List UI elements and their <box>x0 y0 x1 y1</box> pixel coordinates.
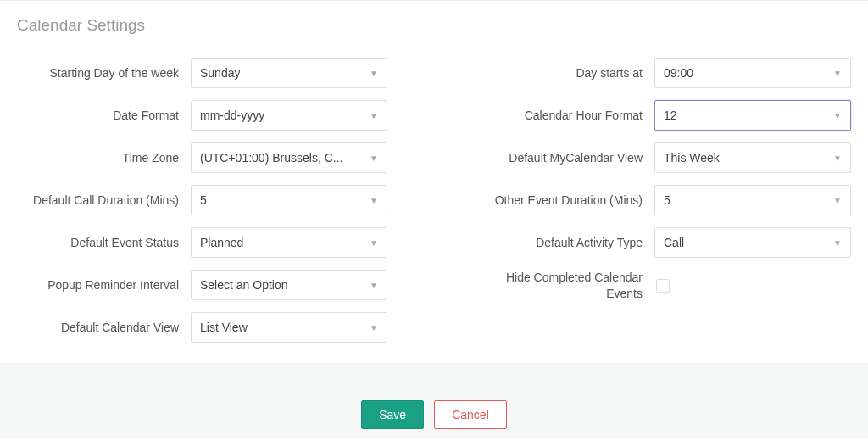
label-day-starts: Day starts at <box>481 65 654 81</box>
select-event-status[interactable]: Planned ▼ <box>191 227 387 258</box>
caret-down-icon: ▼ <box>833 196 842 205</box>
caret-down-icon: ▼ <box>370 154 378 163</box>
label-hour-format: Calendar Hour Format <box>481 108 654 124</box>
select-value: 5 <box>664 193 670 207</box>
caret-down-icon: ▼ <box>833 69 842 78</box>
select-activity-type[interactable]: Call ▼ <box>654 227 851 258</box>
label-mycalendar-view: Default MyCalendar View <box>481 150 654 166</box>
row-call-duration: Default Call Duration (Mins) 5 ▼ <box>17 185 387 215</box>
select-value: Call <box>664 236 684 249</box>
select-value: 12 <box>664 109 677 122</box>
select-value: Select an Option <box>200 278 288 292</box>
footer-actions: Save Cancel <box>0 363 868 438</box>
caret-down-icon: ▼ <box>370 111 378 120</box>
label-other-duration: Other Event Duration (Mins) <box>481 193 654 209</box>
page-title: Calendar Settings <box>17 16 851 35</box>
row-day-starts: Day starts at 09:00 ▼ <box>481 58 851 88</box>
right-column: Day starts at 09:00 ▼ Calendar Hour Form… <box>481 58 851 343</box>
label-calendar-view: Default Calendar View <box>17 320 191 336</box>
select-value: List View <box>200 321 248 334</box>
label-popup-reminder: Popup Reminder Interval <box>17 277 191 293</box>
label-event-status: Default Event Status <box>17 235 191 251</box>
row-event-status: Default Event Status Planned ▼ <box>17 227 387 258</box>
cancel-button[interactable]: Cancel <box>434 400 507 429</box>
row-popup-reminder: Popup Reminder Interval Select an Option… <box>17 270 387 300</box>
select-mycalendar-view[interactable]: This Week ▼ <box>654 142 851 173</box>
caret-down-icon: ▼ <box>370 323 378 332</box>
select-value: 5 <box>200 193 207 207</box>
select-hour-format[interactable]: 12 ▼ <box>654 100 851 131</box>
select-popup-reminder[interactable]: Select an Option ▼ <box>191 270 387 300</box>
row-time-zone: Time Zone (UTC+01:00) Brussels, C... ▼ <box>17 142 387 173</box>
label-starting-day: Starting Day of the week <box>17 65 191 81</box>
select-value: This Week <box>664 151 720 165</box>
label-time-zone: Time Zone <box>17 150 191 166</box>
label-call-duration: Default Call Duration (Mins) <box>17 193 191 209</box>
row-other-duration: Other Event Duration (Mins) 5 ▼ <box>481 185 851 215</box>
select-call-duration[interactable]: 5 ▼ <box>191 185 387 215</box>
select-value: Sunday <box>200 66 240 80</box>
row-calendar-view: Default Calendar View List View ▼ <box>17 312 387 343</box>
select-value: (UTC+01:00) Brussels, C... <box>200 151 342 165</box>
row-starting-day: Starting Day of the week Sunday ▼ <box>17 58 387 88</box>
select-time-zone[interactable]: (UTC+01:00) Brussels, C... ▼ <box>191 142 387 173</box>
caret-down-icon: ▼ <box>833 154 842 163</box>
caret-down-icon: ▼ <box>370 281 378 290</box>
left-column: Starting Day of the week Sunday ▼ Date F… <box>17 58 387 343</box>
select-calendar-view[interactable]: List View ▼ <box>191 312 387 343</box>
row-hide-completed: Hide Completed Calendar Events <box>481 270 851 302</box>
form-grid: Starting Day of the week Sunday ▼ Date F… <box>17 58 851 363</box>
select-other-duration[interactable]: 5 ▼ <box>654 185 851 215</box>
select-value: 09:00 <box>664 66 693 80</box>
select-starting-day[interactable]: Sunday ▼ <box>191 58 387 88</box>
select-value: Planned <box>200 236 243 249</box>
divider <box>17 42 851 42</box>
row-date-format: Date Format mm-dd-yyyy ▼ <box>17 100 387 131</box>
label-date-format: Date Format <box>17 108 191 124</box>
caret-down-icon: ▼ <box>370 69 378 78</box>
caret-down-icon: ▼ <box>833 238 842 248</box>
row-activity-type: Default Activity Type Call ▼ <box>481 227 851 258</box>
caret-down-icon: ▼ <box>833 111 842 120</box>
save-button[interactable]: Save <box>361 400 424 429</box>
select-value: mm-dd-yyyy <box>200 109 264 122</box>
label-activity-type: Default Activity Type <box>481 235 654 251</box>
caret-down-icon: ▼ <box>370 196 378 205</box>
row-hour-format: Calendar Hour Format 12 ▼ <box>481 100 851 131</box>
caret-down-icon: ▼ <box>370 238 378 248</box>
label-hide-completed: Hide Completed Calendar Events <box>481 270 654 302</box>
select-day-starts[interactable]: 09:00 ▼ <box>654 58 851 88</box>
row-mycalendar-view: Default MyCalendar View This Week ▼ <box>481 142 851 173</box>
checkbox-hide-completed[interactable] <box>656 279 670 293</box>
settings-panel: Calendar Settings Starting Day of the we… <box>0 1 868 363</box>
select-date-format[interactable]: mm-dd-yyyy ▼ <box>191 100 387 131</box>
